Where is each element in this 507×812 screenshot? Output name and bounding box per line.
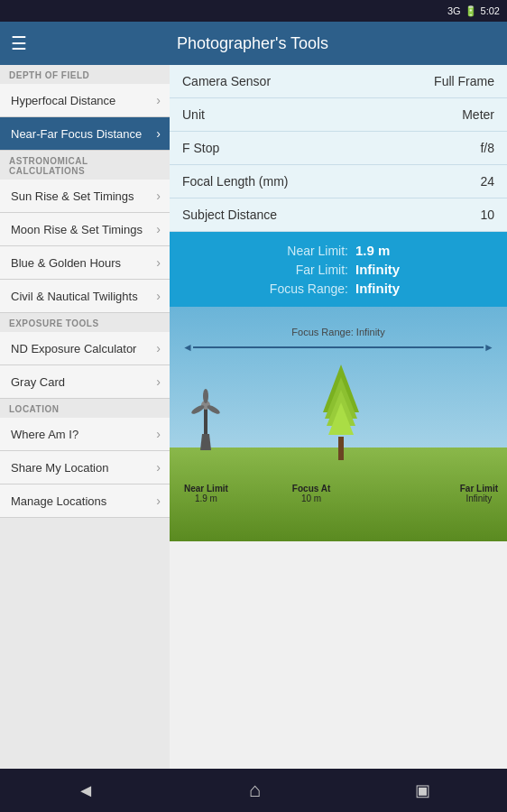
- sidebar-item-label: Near-Far Focus Distance: [11, 127, 152, 141]
- signal-icon: 3G: [447, 5, 461, 16]
- arrow-container: ◄ ►: [182, 341, 494, 354]
- dof-row-label: Subject Distance: [182, 208, 480, 222]
- content-area: Camera SensorFull FrameUnitMeterF Stopf/…: [170, 65, 507, 769]
- near-limit-diagram-label: Near Limit 1.9 m: [184, 484, 228, 503]
- sidebar-item-label: Where Am I?: [11, 428, 152, 441]
- diagram-area: Focus Range: Infinity ◄ ►: [170, 307, 507, 541]
- chevron-right-icon: ›: [156, 460, 161, 475]
- chevron-right-icon: ›: [156, 93, 161, 107]
- sidebar-item-near-far-focus[interactable]: Near-Far Focus Distance›: [0, 117, 170, 151]
- chevron-right-icon: ›: [156, 189, 161, 203]
- near-limit-label: Near Limit:: [249, 244, 348, 258]
- sidebar-item-blue-golden[interactable]: Blue & Golden Hours›: [0, 246, 170, 280]
- section-header-location: LOCATION: [0, 399, 170, 418]
- svg-marker-1: [200, 434, 211, 450]
- arrow-line: [193, 346, 484, 348]
- status-bar: 3G 🔋 5:02: [0, 0, 507, 22]
- chevron-right-icon: ›: [156, 255, 161, 270]
- focus-range-row: Focus Range: Infinity: [182, 279, 494, 298]
- recents-button[interactable]: ▣: [397, 773, 448, 807]
- left-arrow-icon: ◄: [182, 341, 193, 354]
- chevron-right-icon: ›: [156, 126, 161, 141]
- dof-table-row: Subject Distance10: [170, 198, 507, 232]
- dof-row-label: Unit: [182, 107, 462, 122]
- svg-point-4: [206, 404, 221, 416]
- sidebar-item-label: Share My Location: [11, 461, 152, 475]
- right-arrow-icon: ►: [484, 341, 494, 354]
- chevron-right-icon: ›: [156, 341, 161, 355]
- focus-range-label: Focus Range:: [249, 281, 348, 296]
- sidebar-item-label: Moon Rise & Set Timings: [11, 223, 152, 236]
- time-display: 5:02: [481, 5, 500, 16]
- focus-range-container: Focus Range: Infinity ◄ ►: [182, 327, 494, 354]
- main-layout: DEPTH OF FIELDHyperfocal Distance›Near-F…: [0, 65, 507, 769]
- home-button[interactable]: ⌂: [231, 771, 279, 809]
- sidebar: DEPTH OF FIELDHyperfocal Distance›Near-F…: [0, 65, 170, 769]
- chevron-right-icon: ›: [156, 494, 161, 508]
- far-limit-label: Far Limit:: [249, 263, 348, 277]
- tree-icon: [318, 363, 364, 462]
- chevron-right-icon: ›: [156, 374, 161, 389]
- far-limit-row: Far Limit: Infinity: [182, 260, 494, 279]
- sidebar-item-label: Civil & Nautical Twilights: [11, 290, 152, 303]
- back-button[interactable]: ◄: [59, 773, 113, 808]
- menu-icon[interactable]: ☰: [11, 32, 27, 54]
- dof-row-value: 10: [480, 208, 494, 222]
- svg-point-3: [203, 389, 208, 403]
- focus-range-diagram-label: Focus Range: Infinity: [182, 327, 494, 337]
- sidebar-item-share-location[interactable]: Share My Location›: [0, 451, 170, 484]
- section-header-astronomical: ASTRONOMICAL CALCULATIONS: [0, 151, 170, 180]
- chevron-right-icon: ›: [156, 289, 161, 303]
- focus-at-diagram-label: Focus At 10 m: [292, 484, 330, 503]
- section-header-depth-of-field: DEPTH OF FIELD: [0, 65, 170, 84]
- sidebar-item-gray-card[interactable]: Gray Card›: [0, 365, 170, 399]
- sidebar-item-hyperfocal[interactable]: Hyperfocal Distance›: [0, 84, 170, 117]
- sidebar-item-sun-rise[interactable]: Sun Rise & Set Timings›: [0, 180, 170, 213]
- dof-row-label: F Stop: [182, 141, 480, 155]
- status-icons: 3G 🔋 5:02: [447, 5, 500, 17]
- svg-rect-6: [338, 437, 344, 460]
- section-header-exposure: EXPOSURE TOOLS: [0, 313, 170, 332]
- focus-range-value: Infinity: [355, 281, 428, 296]
- dof-row-label: Focal Length (mm): [182, 174, 480, 189]
- results-bar: Near Limit: 1.9 m Far Limit: Infinity Fo…: [170, 232, 507, 307]
- dof-table: Camera SensorFull FrameUnitMeterF Stopf/…: [170, 65, 507, 232]
- sidebar-item-moon-rise[interactable]: Moon Rise & Set Timings›: [0, 213, 170, 246]
- sidebar-item-label: Manage Locations: [11, 494, 152, 508]
- dof-row-value: Full Frame: [434, 74, 494, 88]
- bottom-nav: ◄ ⌂ ▣: [0, 769, 507, 812]
- battery-icon: 🔋: [465, 5, 477, 17]
- near-limit-row: Near Limit: 1.9 m: [182, 241, 494, 260]
- far-limit-diagram-label: Far Limit Infinity: [460, 484, 498, 503]
- dof-table-row: F Stopf/8: [170, 132, 507, 165]
- sidebar-item-label: ND Exposure Calculator: [11, 342, 152, 355]
- chevron-right-icon: ›: [156, 222, 161, 236]
- dof-table-row: UnitMeter: [170, 98, 507, 132]
- dof-row-label: Camera Sensor: [182, 74, 434, 88]
- sidebar-item-label: Gray Card: [11, 375, 152, 389]
- dof-table-row: Camera SensorFull Frame: [170, 65, 507, 98]
- top-bar: ☰ Photographer's Tools: [0, 22, 507, 65]
- near-limit-value: 1.9 m: [355, 243, 428, 258]
- chevron-right-icon: ›: [156, 427, 161, 441]
- dof-row-value: f/8: [480, 141, 494, 155]
- sidebar-item-manage-locations[interactable]: Manage Locations›: [0, 484, 170, 518]
- dof-row-value: 24: [480, 174, 494, 189]
- sidebar-item-nd-exposure[interactable]: ND Exposure Calculator›: [0, 332, 170, 365]
- dof-row-value: Meter: [462, 107, 494, 122]
- sidebar-item-label: Blue & Golden Hours: [11, 256, 152, 270]
- sidebar-item-civil-twilight[interactable]: Civil & Nautical Twilights›: [0, 280, 170, 313]
- windmill-icon: [189, 389, 222, 452]
- far-limit-value: Infinity: [355, 262, 428, 277]
- sidebar-item-where-am-i[interactable]: Where Am I?›: [0, 418, 170, 451]
- sidebar-item-label: Hyperfocal Distance: [11, 94, 152, 107]
- app-title: Photographer's Tools: [38, 34, 467, 53]
- sidebar-item-label: Sun Rise & Set Timings: [11, 189, 152, 203]
- svg-point-5: [190, 404, 206, 416]
- dof-table-row: Focal Length (mm)24: [170, 165, 507, 198]
